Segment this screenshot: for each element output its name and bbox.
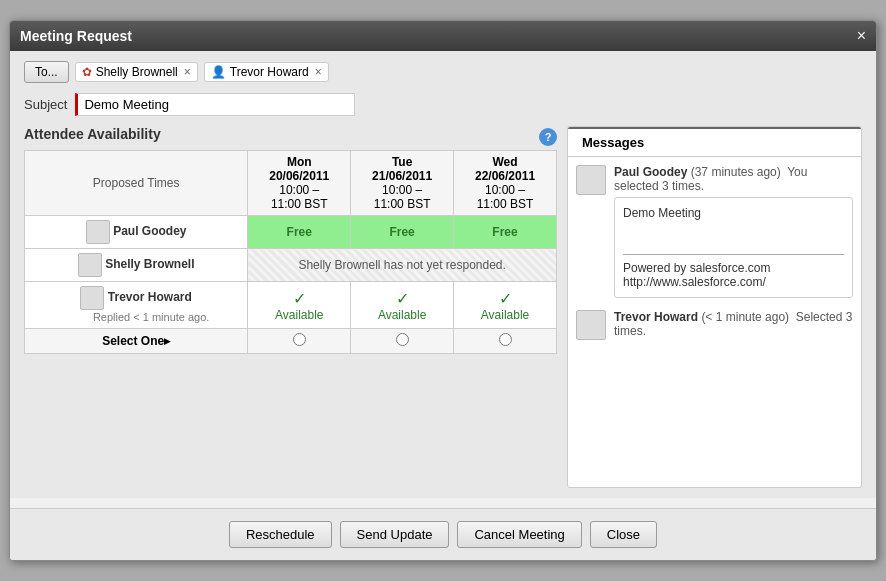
- radio-tue[interactable]: [396, 333, 409, 346]
- remove-shelly-button[interactable]: ×: [184, 65, 191, 79]
- msg-sender-paul: Paul Goodey: [614, 165, 687, 179]
- left-panel: Attendee Availability ? Proposed Times M…: [24, 126, 557, 488]
- remove-trevor-button[interactable]: ×: [315, 65, 322, 79]
- col-tue: Tue21/06/201110:00 –11:00 BST: [351, 151, 454, 216]
- check-wed: ✓: [460, 289, 550, 308]
- msg-avatar-trevor: [576, 310, 606, 340]
- subject-label: Subject: [24, 97, 67, 112]
- to-row: To... ✿ Shelly Brownell × 👤 Trevor Howar…: [24, 61, 862, 83]
- person-icon-shelly: ✿: [82, 65, 92, 79]
- radio-wed[interactable]: [499, 333, 512, 346]
- paul-tue-cell: Free: [351, 216, 454, 249]
- radio-mon[interactable]: [293, 333, 306, 346]
- msg-sender-trevor: Trevor Howard: [614, 310, 698, 324]
- col-mon: Mon20/06/201110:00 –11:00 BST: [248, 151, 351, 216]
- availability-table: Proposed Times Mon20/06/201110:00 –11:00…: [24, 150, 557, 354]
- person-cell-trevor: Trevor Howard Replied < 1 minute ago.: [25, 282, 248, 329]
- check-tue: ✓: [357, 289, 447, 308]
- to-button[interactable]: To...: [24, 61, 69, 83]
- msg-body-paul: Demo Meeting: [623, 206, 844, 220]
- help-icon[interactable]: ?: [539, 128, 557, 146]
- person-name-trevor: Trevor Howard: [108, 290, 192, 304]
- select-label-cell: Select One▸: [25, 329, 248, 354]
- messages-panel: Messages Paul Goodey (37 minutes ago) Yo…: [567, 126, 862, 488]
- meeting-request-dialog: Meeting Request × To... ✿ Shelly Brownel…: [9, 20, 877, 561]
- dialog-body: To... ✿ Shelly Brownell × 👤 Trevor Howar…: [10, 51, 876, 498]
- proposed-label: Proposed Times: [25, 151, 248, 216]
- message-item-trevor: Trevor Howard (< 1 minute ago) Selected …: [576, 310, 853, 342]
- trevor-mon-cell: ✓ Available: [248, 282, 351, 329]
- right-panel: Messages Paul Goodey (37 minutes ago) Yo…: [567, 126, 862, 488]
- availability-title: Attendee Availability: [24, 126, 161, 142]
- close-button[interactable]: ×: [857, 27, 866, 45]
- person-sub-trevor: Replied < 1 minute ago.: [93, 311, 210, 323]
- paul-wed-cell: Free: [454, 216, 557, 249]
- table-row-shelly: Shelly Brownell Shelly Brownell has not …: [25, 249, 557, 282]
- select-wed[interactable]: [454, 329, 557, 354]
- table-row-paul: Paul Goodey Free Free Free: [25, 216, 557, 249]
- paul-mon-cell: Free: [248, 216, 351, 249]
- attendee-name-shelly: Shelly Brownell: [96, 65, 178, 79]
- col-wed: Wed22/06/201110:00 –11:00 BST: [454, 151, 557, 216]
- person-name-paul: Paul Goodey: [113, 224, 186, 238]
- reschedule-button[interactable]: Reschedule: [229, 521, 332, 548]
- select-mon[interactable]: [248, 329, 351, 354]
- avatar-paul: [86, 220, 110, 244]
- messages-body: Paul Goodey (37 minutes ago) You selecte…: [568, 157, 861, 487]
- select-label: Select One▸: [102, 334, 170, 348]
- shelly-not-responded: Shelly Brownell has not yet responded.: [248, 249, 557, 282]
- check-mon: ✓: [254, 289, 344, 308]
- title-bar: Meeting Request ×: [10, 21, 876, 51]
- person-cell-shelly: Shelly Brownell: [25, 249, 248, 282]
- messages-tab[interactable]: Messages: [568, 127, 861, 157]
- message-item-paul: Paul Goodey (37 minutes ago) You selecte…: [576, 165, 853, 298]
- msg-header-trevor: Trevor Howard (< 1 minute ago) Selected …: [614, 310, 853, 338]
- attendee-name-trevor: Trevor Howard: [230, 65, 309, 79]
- subject-input[interactable]: [75, 93, 355, 116]
- avatar-shelly: [78, 253, 102, 277]
- main-content: Attendee Availability ? Proposed Times M…: [24, 126, 862, 488]
- select-row: Select One▸: [25, 329, 557, 354]
- table-row-trevor: Trevor Howard Replied < 1 minute ago. ✓ …: [25, 282, 557, 329]
- cancel-meeting-button[interactable]: Cancel Meeting: [457, 521, 581, 548]
- trevor-wed-cell: ✓ Available: [454, 282, 557, 329]
- send-update-button[interactable]: Send Update: [340, 521, 450, 548]
- attendee-tag-trevor: 👤 Trevor Howard ×: [204, 62, 329, 82]
- close-footer-button[interactable]: Close: [590, 521, 657, 548]
- person-name-shelly: Shelly Brownell: [105, 257, 194, 271]
- msg-content-paul: Paul Goodey (37 minutes ago) You selecte…: [614, 165, 853, 298]
- avatar-trevor: [80, 286, 104, 310]
- msg-content-trevor: Trevor Howard (< 1 minute ago) Selected …: [614, 310, 853, 342]
- trevor-tue-cell: ✓ Available: [351, 282, 454, 329]
- subject-row: Subject: [24, 93, 862, 116]
- msg-footer-paul: Powered by salesforce.comhttp://www.sale…: [623, 261, 844, 289]
- person-icon-trevor: 👤: [211, 65, 226, 79]
- attendee-tag-shelly: ✿ Shelly Brownell ×: [75, 62, 198, 82]
- select-tue[interactable]: [351, 329, 454, 354]
- msg-avatar-paul: [576, 165, 606, 195]
- msg-bubble-paul: Demo Meeting Powered by salesforce.comht…: [614, 197, 853, 298]
- dialog-title: Meeting Request: [20, 28, 132, 44]
- footer: Reschedule Send Update Cancel Meeting Cl…: [10, 508, 876, 560]
- msg-header-paul: Paul Goodey (37 minutes ago) You selecte…: [614, 165, 853, 193]
- person-cell-paul: Paul Goodey: [25, 216, 248, 249]
